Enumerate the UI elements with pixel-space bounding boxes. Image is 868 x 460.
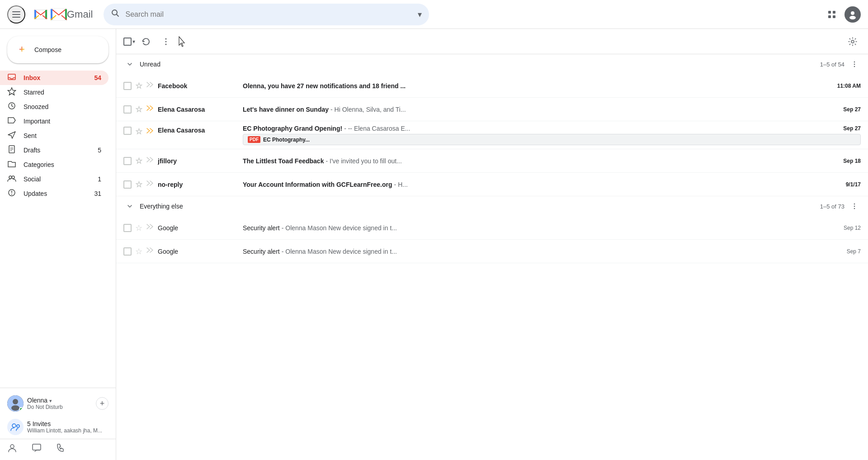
user-section[interactable]: Olenna ▾ Do Not Disturb + — [0, 392, 116, 415]
invites-icon — [7, 419, 24, 435]
invites-section[interactable]: 5 Invites William Lintott, aakash jha, M… — [0, 415, 116, 439]
email-checkbox[interactable] — [123, 224, 132, 232]
account-avatar[interactable] — [844, 6, 861, 23]
email-checkbox[interactable] — [123, 105, 132, 114]
sidebar-item-inbox[interactable]: Inbox 54 — [0, 71, 108, 85]
sidebar-item-social[interactable]: Social 1 — [0, 172, 108, 186]
sidebar-inbox-label: Inbox — [24, 74, 87, 81]
svg-text:+: + — [19, 43, 25, 54]
sender-name: jfillory — [158, 157, 239, 165]
star-icon[interactable]: ☆ — [135, 247, 142, 256]
sidebar-drafts-badge: 5 — [98, 147, 101, 154]
sidebar-starred-label: Starred — [24, 89, 101, 96]
unread-collapse-button[interactable] — [123, 58, 136, 71]
sidebar-item-categories[interactable]: Categories — [0, 157, 108, 172]
sidebar-item-starred[interactable]: Starred — [0, 85, 108, 100]
email-date: Sep 27 — [843, 125, 861, 132]
star-icon[interactable]: ☆ — [135, 180, 142, 190]
svg-rect-12 — [833, 15, 835, 18]
email-content: Let's have dinner on Sunday - Hi Olenna,… — [243, 106, 840, 113]
divider — [0, 388, 116, 388]
email-preview: - H... — [394, 181, 408, 188]
important-icon — [7, 116, 16, 127]
svg-rect-2 — [12, 17, 20, 18]
email-row[interactable]: ☆ Facebook Olenna, you have 27 new notif… — [116, 74, 868, 98]
sidebar-nav: Inbox 54 Starred — [0, 71, 116, 201]
menu-button[interactable] — [7, 5, 25, 24]
svg-marker-19 — [8, 118, 15, 123]
email-checkbox[interactable] — [123, 180, 132, 189]
svg-point-40 — [854, 208, 855, 209]
forward-icon — [146, 127, 154, 137]
email-subject: Let's have dinner on Sunday — [243, 106, 329, 113]
email-row[interactable]: ☆ Elena Casarosa EC Photography Grand Op… — [116, 121, 868, 149]
everything-else-more-button[interactable] — [848, 200, 861, 213]
attachment-chip[interactable]: PDF EC Photography... — [243, 134, 861, 145]
attachment-label: EC Photography... — [263, 137, 310, 143]
apps-button[interactable] — [823, 5, 841, 24]
svg-point-29 — [10, 445, 14, 448]
email-checkbox[interactable] — [123, 157, 132, 165]
star-icon[interactable]: ☆ — [135, 127, 142, 137]
updates-icon — [7, 188, 16, 199]
email-date: Sep 12 — [844, 225, 861, 231]
star-icon[interactable]: ☆ — [135, 81, 142, 91]
svg-point-38 — [854, 204, 855, 205]
compose-plus-icon: + — [18, 43, 29, 56]
email-toolbar: ▾ — [116, 29, 868, 54]
forward-icon — [146, 179, 154, 190]
email-row[interactable]: ☆ no-reply Your Account Information with… — [116, 173, 868, 196]
sidebar-item-important[interactable]: Important — [0, 114, 108, 128]
email-date: Sep 27 — [843, 106, 861, 113]
svg-rect-30 — [33, 444, 41, 450]
sidebar-item-snoozed[interactable]: Snoozed — [0, 100, 108, 114]
email-date: Sep 18 — [843, 158, 861, 164]
email-row[interactable]: ☆ Elena Casarosa Let's have dinner on Su… — [116, 98, 868, 121]
email-date: 9/1/17 — [846, 181, 861, 188]
search-icon — [111, 9, 120, 20]
contacts-icon[interactable] — [7, 443, 17, 453]
select-all-checkbox-wrapper[interactable]: ▾ — [123, 38, 135, 46]
search-bar[interactable]: ▾ — [104, 4, 429, 25]
phone-icon[interactable] — [56, 443, 66, 453]
sidebar-item-drafts[interactable]: Drafts 5 — [0, 143, 108, 157]
star-icon[interactable]: ☆ — [135, 223, 142, 233]
everything-else-count: 1–5 of 73 — [820, 203, 844, 210]
sidebar-snoozed-label: Snoozed — [24, 103, 101, 110]
bottom-nav — [0, 439, 116, 456]
email-checkbox[interactable] — [123, 82, 132, 90]
email-checkbox[interactable] — [123, 247, 132, 256]
add-account-button[interactable]: + — [96, 397, 108, 410]
gmail-logo: Gmail — [33, 6, 93, 23]
sidebar-item-updates[interactable]: Updates 31 — [0, 186, 108, 201]
everything-else-section-header: Everything else 1–5 of 73 — [116, 196, 868, 216]
sidebar-social-badge: 1 — [98, 175, 101, 183]
star-icon[interactable]: ☆ — [135, 104, 142, 114]
unread-section-more-button[interactable] — [848, 58, 861, 71]
search-dropdown-icon[interactable]: ▾ — [418, 9, 422, 19]
toolbar-right — [844, 33, 861, 50]
email-subject: The Littlest Toad Feedback — [243, 157, 324, 165]
sidebar-item-sent[interactable]: Sent — [0, 128, 108, 143]
svg-point-34 — [851, 40, 854, 43]
select-all-dropdown[interactable]: ▾ — [132, 38, 135, 45]
select-all-checkbox[interactable] — [123, 38, 132, 46]
svg-point-31 — [165, 38, 167, 39]
email-preview: - Olenna Mason New device signed in t... — [282, 224, 397, 232]
settings-button[interactable] — [844, 33, 861, 50]
more-options-button[interactable] — [157, 33, 175, 51]
email-checkbox[interactable] — [123, 127, 132, 135]
everything-else-collapse-button[interactable] — [123, 200, 136, 213]
email-content: Security alert - Olenna Mason New device… — [243, 248, 843, 255]
compose-button[interactable]: + Compose — [7, 36, 108, 63]
chat-icon[interactable] — [32, 443, 42, 453]
email-row[interactable]: ☆ jfillory The Littlest Toad Feedback - … — [116, 149, 868, 173]
svg-point-22 — [12, 176, 14, 179]
email-row[interactable]: ☆ Google Security alert - Olenna Mason N… — [116, 240, 868, 263]
user-name: Olenna ▾ — [27, 397, 92, 404]
search-input[interactable] — [125, 10, 412, 19]
star-icon[interactable]: ☆ — [135, 156, 142, 166]
email-row[interactable]: ☆ Google Security alert - Olenna Mason N… — [116, 216, 868, 240]
sender-name: Google — [158, 224, 239, 232]
refresh-button[interactable] — [137, 33, 155, 51]
